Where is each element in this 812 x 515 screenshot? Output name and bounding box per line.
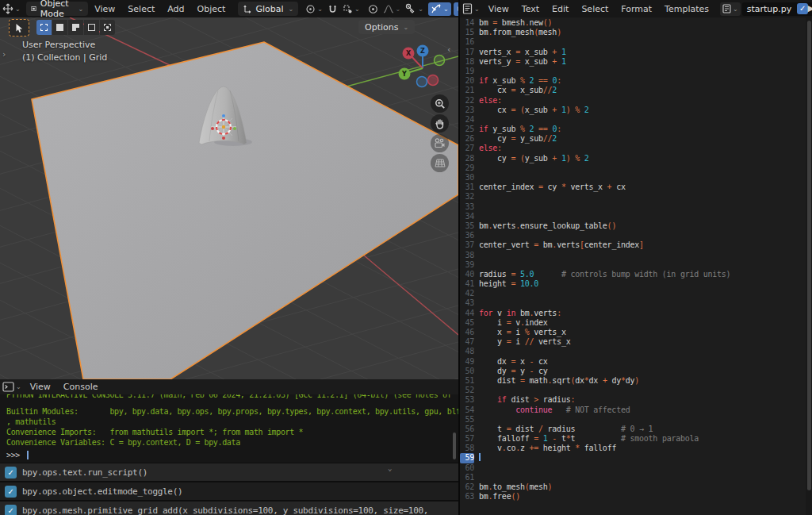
snap-target-dropdown[interactable]: ⌄ bbox=[340, 4, 362, 14]
code-line[interactable]: 25if y_sub % 2 == 0: bbox=[460, 125, 806, 134]
code-line[interactable]: 40radius = 5.0 # controls bump width (in… bbox=[460, 270, 806, 279]
code-line[interactable]: 50 dy = y - cy bbox=[460, 367, 806, 376]
code-line[interactable]: 15bm.from_mesh(mesh) bbox=[460, 28, 806, 37]
show-overlays-toggle[interactable]: ⌄ bbox=[428, 2, 451, 16]
code-line[interactable]: 47 y = i // verts_x bbox=[460, 337, 806, 347]
code-line[interactable]: 52 bbox=[460, 386, 806, 395]
menu-console[interactable]: Console bbox=[57, 382, 105, 392]
editor-scrollbar[interactable] bbox=[807, 21, 811, 490]
code-line[interactable]: 30 bbox=[460, 173, 806, 183]
menu-format[interactable]: Format bbox=[615, 4, 658, 14]
info-log-row[interactable]: ✓bpy.ops.object.editmode_toggle() bbox=[0, 482, 458, 500]
select-mode-extend[interactable] bbox=[52, 20, 67, 35]
code-line[interactable]: 48 bbox=[460, 347, 806, 356]
menu-text[interactable]: Text bbox=[515, 4, 546, 14]
zoom-view-button[interactable] bbox=[431, 94, 449, 113]
code-line[interactable]: 38 bbox=[460, 251, 806, 260]
code-line[interactable]: 17verts_x = x_sub + 1 bbox=[460, 48, 806, 57]
snap-toggle[interactable] bbox=[325, 4, 340, 14]
select-mode-subtract[interactable] bbox=[68, 20, 83, 35]
info-log-row[interactable]: ✓bpy.ops.text.run_script()⌄ bbox=[0, 463, 458, 481]
camera-view-button[interactable] bbox=[431, 134, 449, 152]
code-line[interactable]: 33 bbox=[460, 202, 806, 212]
code-line[interactable]: 42 bbox=[460, 289, 806, 298]
run-script-button[interactable]: ▶ bbox=[808, 3, 812, 13]
code-line[interactable]: 55 bbox=[460, 415, 806, 425]
code-line[interactable]: 53 if dist > radius: bbox=[460, 395, 806, 405]
code-line[interactable]: 20if x_sub % 2 == 0: bbox=[460, 76, 806, 86]
navigation-gizmo[interactable]: Z X Y bbox=[393, 40, 456, 95]
code-line[interactable]: 58 v.co.z += height * falloff bbox=[460, 444, 806, 453]
options-dropdown[interactable]: Options ⌄ bbox=[358, 20, 415, 34]
tree-arrow[interactable]: › bbox=[2, 49, 6, 60]
menu-templates[interactable]: Templates bbox=[658, 4, 715, 14]
info-log-row[interactable]: ✓bpy.ops.mesh.primitive_grid_add(x_subdi… bbox=[0, 502, 458, 515]
code-line[interactable]: 26 cy = y_sub//2 bbox=[460, 134, 806, 144]
menu-select[interactable]: Select bbox=[121, 4, 161, 14]
text-name-field[interactable]: startup.py bbox=[747, 4, 792, 14]
code-line[interactable]: 21 cx = x_sub//2 bbox=[460, 86, 806, 95]
console-output[interactable]: PYTHON INTERACTIVE CONSOLE 3.11.7 (main,… bbox=[0, 394, 458, 463]
code-line[interactable]: 27else: bbox=[460, 144, 806, 153]
text-datablock-selector[interactable]: ⌄ bbox=[720, 2, 741, 16]
code-line[interactable]: 29 bbox=[460, 163, 806, 173]
select-mode-intersect[interactable] bbox=[100, 20, 115, 35]
console-prompt[interactable]: >>> bbox=[6, 451, 29, 459]
viewport-scene[interactable] bbox=[0, 17, 458, 379]
code-line[interactable]: 32 bbox=[460, 192, 806, 202]
menu-object[interactable]: Object bbox=[191, 4, 232, 14]
code-line[interactable]: 62bm.to_mesh(mesh) bbox=[460, 482, 806, 492]
code-line[interactable]: 61 bbox=[460, 473, 806, 482]
proportional-editing-toggle[interactable] bbox=[366, 4, 381, 14]
code-line[interactable]: 24 bbox=[460, 115, 806, 125]
proportional-falloff-dropdown[interactable]: ⌄ bbox=[381, 4, 404, 14]
code-line[interactable]: 49 dx = x - cx bbox=[460, 357, 806, 367]
code-line[interactable]: 31center_index = cy * verts_x + cx bbox=[460, 183, 806, 192]
chevron-down-icon[interactable]: ⌄ bbox=[388, 464, 392, 472]
show-gizmos-dropdown[interactable]: ⌄ bbox=[403, 3, 426, 14]
menu-edit[interactable]: Edit bbox=[546, 4, 575, 14]
code-line[interactable]: 39 bbox=[460, 260, 806, 270]
code-line[interactable]: 63bm.free() bbox=[460, 492, 806, 502]
code-line[interactable]: 54 continue # NOT affected bbox=[460, 405, 806, 415]
code-line[interactable]: 37center_vert = bm.verts[center_index] bbox=[460, 240, 806, 250]
code-line[interactable]: 59 bbox=[460, 453, 806, 463]
menu-view[interactable]: View bbox=[24, 382, 57, 392]
code-line[interactable]: 36 bbox=[460, 231, 806, 240]
transform-orientation-dropdown[interactable]: Global ⌄ bbox=[238, 2, 298, 16]
select-mode-invert[interactable] bbox=[84, 20, 99, 35]
move-view-button[interactable] bbox=[431, 114, 449, 133]
console-editor-type-button[interactable]: ⌄ bbox=[0, 382, 24, 392]
code-line[interactable]: 35bm.verts.ensure_lookup_table() bbox=[460, 221, 806, 231]
code-line[interactable]: 18verts_y = x_sub + 1 bbox=[460, 57, 806, 67]
viewport-shading-solid[interactable] bbox=[454, 2, 458, 16]
python-console[interactable]: ⌄ ViewConsole PYTHON INTERACTIVE CONSOLE… bbox=[0, 379, 458, 463]
text-editor[interactable]: ⌄ ViewTextEditSelectFormatTemplates ⌄ st… bbox=[460, 0, 812, 515]
code-line[interactable]: 56 t = dist / radius # 0 → 1 bbox=[460, 425, 806, 434]
register-check-icon[interactable]: ✓ bbox=[797, 3, 808, 14]
code-line[interactable]: 51 dist = math.sqrt(dx*dx + dy*dy) bbox=[460, 376, 806, 386]
console-scrollbar[interactable] bbox=[453, 432, 456, 459]
menu-view[interactable]: View bbox=[482, 4, 515, 14]
editor-type-button[interactable]: ⌄ bbox=[0, 3, 23, 14]
menu-add[interactable]: Add bbox=[161, 4, 190, 14]
info-log[interactable]: ✓bpy.ops.text.run_script()⌄✓bpy.ops.obje… bbox=[0, 463, 458, 515]
menu-select[interactable]: Select bbox=[575, 4, 615, 14]
code-line[interactable]: 45 i = v.index bbox=[460, 318, 806, 328]
select-mode-new[interactable] bbox=[36, 20, 52, 35]
pivot-point-dropdown[interactable]: ⌄ bbox=[303, 4, 325, 14]
sidebar-toggle-arrow[interactable]: ‹ bbox=[447, 44, 450, 55]
code-line[interactable]: 34 bbox=[460, 212, 806, 221]
code-line[interactable]: 22else: bbox=[460, 96, 806, 106]
code-area[interactable]: 14bm = bmesh.new()15bm.from_mesh(mesh)16… bbox=[460, 17, 806, 515]
code-line[interactable]: 14bm = bmesh.new() bbox=[460, 18, 806, 28]
code-line[interactable]: 16 bbox=[460, 37, 806, 47]
code-line[interactable]: 57 falloff = 1 - t*t # smooth parabola bbox=[460, 434, 806, 444]
mode-dropdown[interactable]: Object Mode ⌄ bbox=[26, 2, 89, 16]
code-line[interactable]: 60 bbox=[460, 463, 806, 473]
code-line[interactable]: 19 bbox=[460, 67, 806, 76]
code-line[interactable]: 46 x = i % verts_x bbox=[460, 328, 806, 337]
active-tool-select-box[interactable] bbox=[9, 19, 29, 37]
code-line[interactable]: 43 bbox=[460, 298, 806, 308]
code-line[interactable]: 23 cx = (x_sub + 1) % 2 bbox=[460, 106, 806, 115]
